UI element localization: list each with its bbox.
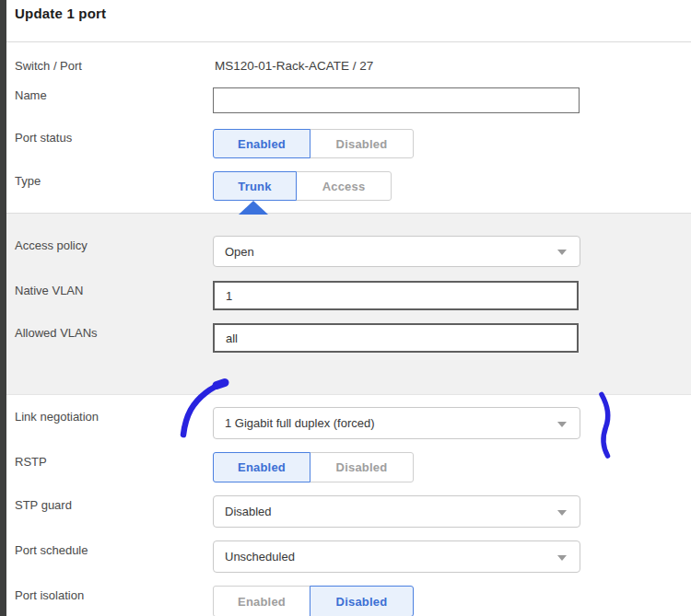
access-policy-select[interactable]: Open xyxy=(213,236,580,267)
link-negotiation-value: 1 Gigabit full duplex (forced) xyxy=(225,416,375,430)
access-policy-value: Open xyxy=(225,245,254,259)
port-schedule-label: Port schedule xyxy=(15,543,88,557)
port-schedule-value: Unscheduled xyxy=(225,550,295,564)
page-background-strip xyxy=(0,0,6,616)
port-isolation-enabled-button[interactable]: Enabled xyxy=(213,586,310,616)
port-status-toggle: Enabled Disabled xyxy=(213,129,414,158)
type-trunk-button[interactable]: Trunk xyxy=(213,171,297,201)
link-negotiation-select[interactable]: 1 Gigabit full duplex (forced) xyxy=(213,407,580,439)
rstp-enabled-button[interactable]: Enabled xyxy=(213,452,310,482)
port-isolation-label: Port isolation xyxy=(15,588,84,602)
type-access-button[interactable]: Access xyxy=(296,171,392,201)
chevron-down-icon xyxy=(557,555,567,561)
chevron-down-icon xyxy=(557,510,567,516)
stp-guard-select[interactable]: Disabled xyxy=(213,495,580,528)
pen-annotation-right xyxy=(602,395,608,457)
rstp-disabled-button[interactable]: Disabled xyxy=(310,452,414,482)
stp-guard-label: STP guard xyxy=(15,498,72,512)
port-isolation-toggle: Enabled Disabled xyxy=(213,586,414,616)
type-label: Type xyxy=(15,174,41,188)
port-status-label: Port status xyxy=(15,131,72,145)
allowed-vlans-label: Allowed VLANs xyxy=(15,326,98,340)
switch-port-value: MS120-01-Rack-ACATE / 27 xyxy=(215,59,373,73)
native-vlan-label: Native VLAN xyxy=(15,284,83,297)
rstp-label: RSTP xyxy=(15,455,47,469)
switch-port-label: Switch / Port xyxy=(15,59,82,73)
native-vlan-input[interactable] xyxy=(213,281,579,310)
update-port-dialog: Update 1 port Switch / Port MS120-01-Rac… xyxy=(0,0,691,616)
page-title: Update 1 port xyxy=(15,6,106,21)
stp-guard-value: Disabled xyxy=(225,505,272,518)
chevron-down-icon xyxy=(557,422,567,427)
name-label: Name xyxy=(15,88,47,102)
section-pointer-icon xyxy=(239,201,268,215)
name-input[interactable] xyxy=(213,87,580,113)
access-policy-label: Access policy xyxy=(15,238,88,252)
allowed-vlans-input[interactable] xyxy=(213,323,579,353)
chevron-down-icon xyxy=(557,250,567,255)
port-status-disabled-button[interactable]: Disabled xyxy=(310,129,414,158)
rstp-toggle: Enabled Disabled xyxy=(213,452,414,482)
port-isolation-disabled-button[interactable]: Disabled xyxy=(310,586,414,616)
type-toggle: Trunk Access xyxy=(213,171,392,201)
port-status-enabled-button[interactable]: Enabled xyxy=(213,129,310,158)
port-schedule-select[interactable]: Unscheduled xyxy=(213,540,580,573)
link-negotiation-label: Link negotiation xyxy=(15,410,99,424)
title-divider xyxy=(6,41,691,42)
